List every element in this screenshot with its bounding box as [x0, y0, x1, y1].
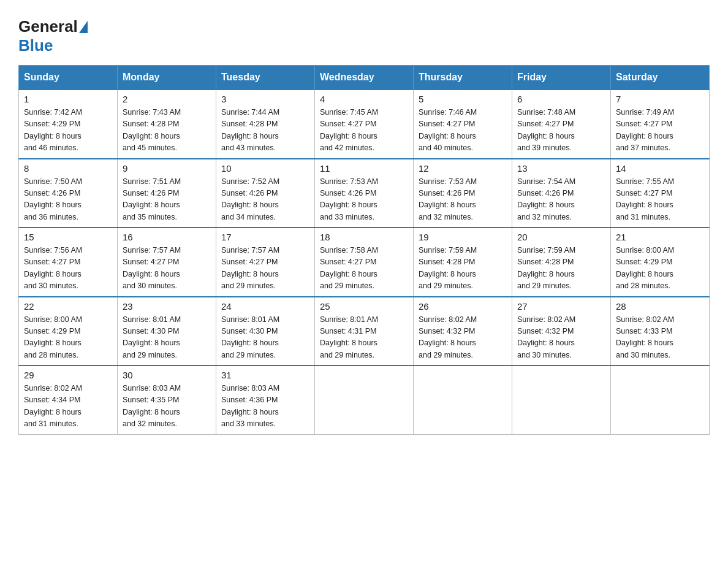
day-info: Sunrise: 7:57 AM Sunset: 4:27 PM Dayligh…	[221, 245, 309, 293]
day-info: Sunrise: 7:49 AM Sunset: 4:27 PM Dayligh…	[616, 107, 704, 155]
day-info: Sunrise: 8:00 AM Sunset: 4:29 PM Dayligh…	[616, 245, 704, 293]
calendar-cell: 30 Sunrise: 8:03 AM Sunset: 4:35 PM Dayl…	[118, 366, 216, 434]
day-number: 24	[221, 301, 309, 312]
day-number: 31	[221, 370, 309, 380]
day-info: Sunrise: 7:58 AM Sunset: 4:27 PM Dayligh…	[320, 245, 408, 293]
day-number: 19	[419, 232, 507, 242]
day-number: 9	[123, 163, 211, 174]
calendar-cell: 23 Sunrise: 8:01 AM Sunset: 4:30 PM Dayl…	[118, 297, 216, 366]
day-number: 8	[24, 163, 112, 174]
week-row-4: 22 Sunrise: 8:00 AM Sunset: 4:29 PM Dayl…	[19, 297, 710, 366]
calendar-cell: 3 Sunrise: 7:44 AM Sunset: 4:28 PM Dayli…	[216, 90, 315, 159]
day-info: Sunrise: 7:59 AM Sunset: 4:28 PM Dayligh…	[419, 245, 507, 293]
day-info: Sunrise: 8:03 AM Sunset: 4:36 PM Dayligh…	[221, 383, 309, 431]
day-info: Sunrise: 7:42 AM Sunset: 4:29 PM Dayligh…	[24, 107, 112, 155]
calendar-cell: 24 Sunrise: 8:01 AM Sunset: 4:30 PM Dayl…	[216, 297, 315, 366]
day-info: Sunrise: 7:45 AM Sunset: 4:27 PM Dayligh…	[320, 107, 408, 155]
day-info: Sunrise: 7:44 AM Sunset: 4:28 PM Dayligh…	[221, 107, 309, 155]
day-info: Sunrise: 7:59 AM Sunset: 4:28 PM Dayligh…	[517, 245, 605, 293]
calendar-cell: 25 Sunrise: 8:01 AM Sunset: 4:31 PM Dayl…	[315, 297, 414, 366]
day-info: Sunrise: 7:53 AM Sunset: 4:26 PM Dayligh…	[320, 176, 408, 224]
calendar-cell	[315, 366, 414, 434]
calendar-cell	[611, 366, 710, 434]
day-number: 26	[419, 301, 507, 312]
calendar-cell: 9 Sunrise: 7:51 AM Sunset: 4:26 PM Dayli…	[118, 159, 216, 228]
calendar-cell: 7 Sunrise: 7:49 AM Sunset: 4:27 PM Dayli…	[611, 90, 710, 159]
calendar-header-row: SundayMondayTuesdayWednesdayThursdayFrid…	[19, 66, 710, 90]
page-header: General Blue	[18, 12, 710, 55]
day-info: Sunrise: 7:48 AM Sunset: 4:27 PM Dayligh…	[517, 107, 605, 155]
day-info: Sunrise: 8:01 AM Sunset: 4:30 PM Dayligh…	[123, 314, 211, 362]
calendar-cell: 16 Sunrise: 7:57 AM Sunset: 4:27 PM Dayl…	[118, 228, 216, 297]
day-number: 22	[24, 301, 112, 312]
calendar-cell: 29 Sunrise: 8:02 AM Sunset: 4:34 PM Dayl…	[19, 366, 118, 434]
calendar-cell: 5 Sunrise: 7:46 AM Sunset: 4:27 PM Dayli…	[414, 90, 512, 159]
day-number: 13	[517, 163, 605, 174]
week-row-3: 15 Sunrise: 7:56 AM Sunset: 4:27 PM Dayl…	[19, 228, 710, 297]
day-number: 12	[419, 163, 507, 174]
day-info: Sunrise: 7:53 AM Sunset: 4:26 PM Dayligh…	[419, 176, 507, 224]
day-number: 7	[616, 94, 704, 104]
calendar-cell: 13 Sunrise: 7:54 AM Sunset: 4:26 PM Dayl…	[512, 159, 611, 228]
day-number: 4	[320, 94, 408, 104]
calendar-cell: 1 Sunrise: 7:42 AM Sunset: 4:29 PM Dayli…	[19, 90, 118, 159]
calendar-cell: 20 Sunrise: 7:59 AM Sunset: 4:28 PM Dayl…	[512, 228, 611, 297]
col-header-wednesday: Wednesday	[315, 66, 414, 90]
calendar-cell: 18 Sunrise: 7:58 AM Sunset: 4:27 PM Dayl…	[315, 228, 414, 297]
calendar-cell: 10 Sunrise: 7:52 AM Sunset: 4:26 PM Dayl…	[216, 159, 315, 228]
day-number: 28	[616, 301, 704, 312]
calendar-cell: 12 Sunrise: 7:53 AM Sunset: 4:26 PM Dayl…	[414, 159, 512, 228]
day-number: 17	[221, 232, 309, 242]
calendar-cell: 26 Sunrise: 8:02 AM Sunset: 4:32 PM Dayl…	[414, 297, 512, 366]
calendar-table: SundayMondayTuesdayWednesdayThursdayFrid…	[18, 65, 710, 435]
day-number: 20	[517, 232, 605, 242]
day-number: 10	[221, 163, 309, 174]
calendar-cell: 2 Sunrise: 7:43 AM Sunset: 4:28 PM Dayli…	[118, 90, 216, 159]
day-number: 29	[24, 370, 112, 380]
calendar-cell: 28 Sunrise: 8:02 AM Sunset: 4:33 PM Dayl…	[611, 297, 710, 366]
col-header-monday: Monday	[118, 66, 216, 90]
logo-blue-text: Blue	[18, 36, 53, 55]
day-info: Sunrise: 8:02 AM Sunset: 4:32 PM Dayligh…	[419, 314, 507, 362]
day-info: Sunrise: 8:01 AM Sunset: 4:31 PM Dayligh…	[320, 314, 408, 362]
day-info: Sunrise: 7:54 AM Sunset: 4:26 PM Dayligh…	[517, 176, 605, 224]
day-info: Sunrise: 8:03 AM Sunset: 4:35 PM Dayligh…	[123, 383, 211, 431]
calendar-cell: 6 Sunrise: 7:48 AM Sunset: 4:27 PM Dayli…	[512, 90, 611, 159]
day-info: Sunrise: 7:46 AM Sunset: 4:27 PM Dayligh…	[419, 107, 507, 155]
day-info: Sunrise: 8:02 AM Sunset: 4:32 PM Dayligh…	[517, 314, 605, 362]
week-row-5: 29 Sunrise: 8:02 AM Sunset: 4:34 PM Dayl…	[19, 366, 710, 434]
week-row-1: 1 Sunrise: 7:42 AM Sunset: 4:29 PM Dayli…	[19, 90, 710, 159]
day-number: 6	[517, 94, 605, 104]
calendar-cell: 27 Sunrise: 8:02 AM Sunset: 4:32 PM Dayl…	[512, 297, 611, 366]
day-number: 1	[24, 94, 112, 104]
col-header-tuesday: Tuesday	[216, 66, 315, 90]
day-info: Sunrise: 8:02 AM Sunset: 4:34 PM Dayligh…	[24, 383, 112, 431]
col-header-saturday: Saturday	[611, 66, 710, 90]
calendar-cell: 8 Sunrise: 7:50 AM Sunset: 4:26 PM Dayli…	[19, 159, 118, 228]
day-number: 30	[123, 370, 211, 380]
calendar-cell: 19 Sunrise: 7:59 AM Sunset: 4:28 PM Dayl…	[414, 228, 512, 297]
logo-general-text: General	[18, 17, 78, 36]
day-number: 5	[419, 94, 507, 104]
col-header-friday: Friday	[512, 66, 611, 90]
day-info: Sunrise: 8:00 AM Sunset: 4:29 PM Dayligh…	[24, 314, 112, 362]
calendar-cell	[512, 366, 611, 434]
day-info: Sunrise: 7:43 AM Sunset: 4:28 PM Dayligh…	[123, 107, 211, 155]
day-number: 27	[517, 301, 605, 312]
week-row-2: 8 Sunrise: 7:50 AM Sunset: 4:26 PM Dayli…	[19, 159, 710, 228]
logo: General Blue	[18, 17, 89, 55]
day-number: 14	[616, 163, 704, 174]
calendar-cell: 17 Sunrise: 7:57 AM Sunset: 4:27 PM Dayl…	[216, 228, 315, 297]
calendar-cell	[414, 366, 512, 434]
day-info: Sunrise: 8:02 AM Sunset: 4:33 PM Dayligh…	[616, 314, 704, 362]
day-info: Sunrise: 8:01 AM Sunset: 4:30 PM Dayligh…	[221, 314, 309, 362]
day-number: 15	[24, 232, 112, 242]
calendar-cell: 15 Sunrise: 7:56 AM Sunset: 4:27 PM Dayl…	[19, 228, 118, 297]
day-number: 25	[320, 301, 408, 312]
calendar-cell: 22 Sunrise: 8:00 AM Sunset: 4:29 PM Dayl…	[19, 297, 118, 366]
day-info: Sunrise: 7:50 AM Sunset: 4:26 PM Dayligh…	[24, 176, 112, 224]
day-info: Sunrise: 7:57 AM Sunset: 4:27 PM Dayligh…	[123, 245, 211, 293]
day-number: 2	[123, 94, 211, 104]
calendar-cell: 31 Sunrise: 8:03 AM Sunset: 4:36 PM Dayl…	[216, 366, 315, 434]
day-number: 11	[320, 163, 408, 174]
